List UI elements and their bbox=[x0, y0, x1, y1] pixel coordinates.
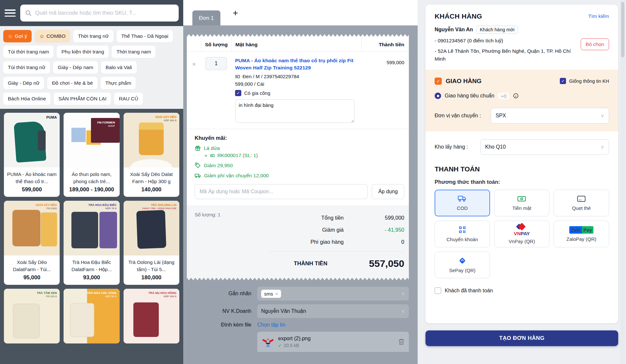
create-order-button[interactable]: TẠO ĐƠN HÀNG bbox=[425, 330, 618, 346]
category-chip[interactable]: Đồ chơi - Mẹ & bé bbox=[47, 77, 97, 89]
category-chip-combo[interactable]: ☆COMBO bbox=[35, 30, 70, 42]
payment-method-sepay[interactable]: SePay (QR) bbox=[435, 252, 490, 278]
category-chip[interactable]: Balo và Vali bbox=[101, 61, 137, 74]
item-note-textarea[interactable]: in hình đại bàng bbox=[235, 99, 354, 123]
warehouse-select[interactable]: Kho Q10 ∨ bbox=[480, 139, 609, 155]
product-card[interactable]: FM FORMENSHOP Áo thun polo nam, phong cá… bbox=[64, 113, 119, 197]
item-line-total: 599,000 bbox=[361, 60, 409, 124]
payment-method-cash[interactable]: Tiền mặt bbox=[494, 190, 550, 216]
variant-icon bbox=[210, 153, 215, 158]
add-order-tab-button[interactable]: + bbox=[228, 6, 243, 20]
product-price: 93,000 bbox=[64, 273, 119, 285]
product-card[interactable]: TRÀ TÂM SENTÚI 110 G bbox=[4, 289, 60, 343]
credit-card-icon bbox=[577, 195, 586, 203]
remove-tag-icon[interactable]: × bbox=[276, 291, 278, 297]
promo-discount: Giảm 29,950 bbox=[204, 163, 233, 168]
category-chip[interactable]: Thời trang nữ bbox=[73, 30, 113, 42]
star-icon: ☆ bbox=[8, 33, 12, 39]
product-card[interactable]: XOÀI SẤY DẺOHỘP 300 G Xoài Sấy Dẻo Dalat… bbox=[124, 113, 179, 197]
product-image: TRÀ HOA ĐẬU BIẾCHỘP 70 G bbox=[64, 201, 119, 255]
payment-method-transfer[interactable]: Chuyển khoản bbox=[435, 221, 490, 247]
summary-label: Tổng tiền bbox=[321, 215, 344, 221]
tab-order-1[interactable]: Đơn 1 bbox=[192, 10, 220, 25]
delivery-section: GIAO HÀNG Giống thông tin KH Giao hàng t… bbox=[425, 70, 618, 131]
category-chip[interactable]: Giày - Dép nữ bbox=[3, 77, 44, 89]
summary-discount: - 41,950 bbox=[362, 227, 404, 233]
delivery-toggle[interactable]: GIAO HÀNG bbox=[435, 78, 482, 85]
product-card[interactable]: TRÀ OOLONG LÀIDẠNG TẤM - DÙNG PHA CHẾ Tr… bbox=[124, 201, 179, 285]
sales-staff-select[interactable]: Nguyễn Văn Thuận ∨ bbox=[257, 304, 409, 318]
category-chip[interactable]: Thực phẩm bbox=[101, 77, 136, 89]
remove-item-button[interactable]: × bbox=[187, 60, 201, 69]
choose-file-link[interactable]: Chọn tập tin bbox=[257, 322, 285, 328]
trash-icon[interactable] bbox=[398, 339, 404, 345]
category-chip[interactable]: Thời trang nam bbox=[112, 46, 156, 58]
category-chip[interactable]: Túi thời trang nam bbox=[3, 46, 53, 58]
scrollbar-track[interactable] bbox=[620, 0, 625, 364]
customization-checkbox[interactable]: Có gia công bbox=[235, 90, 357, 96]
customer-info: Nguyễn Văn An Khách hàng mới - 090123456… bbox=[435, 25, 609, 63]
product-card[interactable]: TRÀ HOA ĐẬU BIẾCHỘP 70 G Trà Hoa Đậu Biế… bbox=[64, 201, 119, 285]
quantity-input[interactable] bbox=[205, 57, 227, 70]
category-chip[interactable]: Túi thời trang nữ bbox=[3, 61, 50, 74]
category-chip[interactable]: Bách Hóa Online bbox=[3, 93, 51, 105]
promo-gift-detail: RK000017 (SL: 1) bbox=[217, 153, 258, 158]
same-as-customer-checkbox[interactable]: Giống thông tin KH bbox=[560, 78, 609, 84]
item-column-header: Mặt hàng bbox=[231, 37, 361, 51]
product-card[interactable]: TRÀ HOA CÚC VÀNGHỘP 50 G bbox=[64, 289, 119, 343]
coupon-input[interactable] bbox=[195, 184, 368, 199]
product-price: 599,000 bbox=[4, 185, 60, 197]
category-chip[interactable]: Thể Thao - Dã Ngoại bbox=[117, 30, 173, 42]
scrollbar-thumb[interactable] bbox=[621, 2, 624, 57]
carrier-select[interactable]: SPX ∨ bbox=[491, 108, 609, 124]
item-name-link[interactable]: PUMA - Áo khoác nam thể thao cổ trụ phối… bbox=[235, 57, 357, 71]
menu-icon[interactable] bbox=[5, 9, 16, 17]
info-icon[interactable] bbox=[513, 93, 519, 99]
product-card[interactable]: PUMA PUMA - Áo khoác nam thể thao cổ tr.… bbox=[4, 113, 60, 197]
payment-method-cod[interactable]: COD bbox=[435, 190, 490, 216]
category-chip[interactable]: RAU CỦ bbox=[114, 93, 142, 105]
item-unit-price: 599,000 / Cái bbox=[235, 81, 357, 87]
product-image: TRÀ TÂM SENTÚI 110 G bbox=[4, 289, 60, 343]
tags-select[interactable]: sms× ∨ bbox=[257, 287, 409, 300]
product-card[interactable]: XOÀI SẤY DẺOTÚI 220G Xoài Sấy Dẻo DalatF… bbox=[4, 201, 60, 285]
left-header bbox=[0, 0, 183, 26]
check-icon: ✓ bbox=[278, 343, 282, 348]
tag-chip-sms: sms× bbox=[261, 290, 281, 298]
customer-search-link[interactable]: Tìm kiếm bbox=[588, 13, 609, 19]
barcode-search-box[interactable] bbox=[20, 5, 179, 22]
banknote-icon bbox=[517, 195, 526, 203]
apply-coupon-button[interactable]: Áp dụng bbox=[372, 184, 404, 199]
summary-label: Giảm giá bbox=[322, 227, 344, 233]
order-panel: Đơn 1 + Số lượng Mặt hàng Thành tiền × bbox=[183, 0, 418, 364]
standard-delivery-radio[interactable]: Giao hàng tiêu chuẩn +0 bbox=[435, 93, 609, 99]
tag-icon bbox=[195, 162, 201, 168]
product-price: 189,000 - 190,000 bbox=[64, 185, 119, 197]
category-chip[interactable]: Giày - Dép nam bbox=[53, 61, 98, 74]
product-card[interactable]: TRÀ NỤ HOA HỒNGHỘP 100 G bbox=[124, 289, 179, 343]
product-image: TRÀ HOA CÚC VÀNGHỘP 50 G bbox=[64, 289, 119, 343]
product-name: Áo thun polo nam, phong cách trẻ... bbox=[64, 167, 119, 185]
product-name: Trà Hoa Đậu Biếc DalatFarm - Hộp... bbox=[64, 255, 119, 273]
order-summary: Số lượng: 1 Tổng tiền599,000 Giảm giá- 4… bbox=[187, 206, 409, 277]
tags-label: Gắn nhãn bbox=[187, 291, 257, 297]
chevron-down-icon: ∨ bbox=[401, 308, 405, 314]
delivery-extra-fee: +0 bbox=[498, 93, 509, 99]
payment-method-vnpay[interactable]: VNPAY VnPay (QR) bbox=[494, 221, 550, 247]
payment-method-zalopay[interactable]: ZaloPay ZaloPay (QR) bbox=[554, 221, 609, 247]
deselect-customer-button[interactable]: Bỏ chọn bbox=[581, 38, 609, 50]
file-name: export (2).png bbox=[278, 336, 395, 342]
category-chip[interactable]: Phụ kiện thời trang bbox=[57, 46, 109, 58]
payment-method-card[interactable]: Quẹt thẻ bbox=[554, 190, 609, 216]
warehouse-label: Kho lấy hàng : bbox=[435, 144, 480, 150]
order-table-header: Số lượng Mặt hàng Thành tiền bbox=[187, 37, 409, 52]
star-icon: ☆ bbox=[39, 33, 44, 39]
category-chip-suggest[interactable]: ☆Gợi ý bbox=[3, 30, 32, 42]
promo-ship-discount: Giảm phí vận chuyển 12,000 bbox=[204, 173, 269, 179]
search-input[interactable] bbox=[35, 10, 174, 16]
category-chip[interactable]: SẢN PHẨM CÒN LẠI bbox=[54, 93, 111, 105]
truck-icon bbox=[195, 172, 201, 179]
product-panel: ☆Gợi ý ☆COMBO Thời trang nữ Thể Thao - D… bbox=[0, 0, 183, 364]
attached-file-card: export (2).png ✓20.5 kB bbox=[257, 332, 409, 352]
customer-paid-checkbox[interactable]: Khách đã thanh toán bbox=[435, 287, 609, 294]
